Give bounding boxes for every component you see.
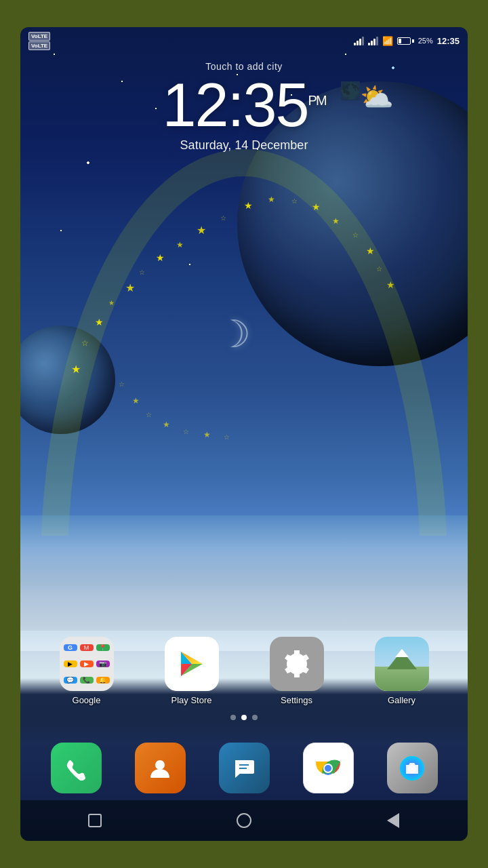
clock-time: 12:35 [437, 36, 460, 46]
folder-app6-icon: 📷 [96, 660, 110, 667]
play-store-svg [177, 649, 207, 679]
messages-svg [232, 756, 256, 781]
play-store-label: Play Store [171, 695, 212, 705]
gallery-label: Gallery [388, 695, 415, 705]
page-indicators [20, 715, 468, 720]
moon-phase-icon: 🌑 [341, 81, 360, 100]
app-grid: G M 📍 ▶ ▶ 📷 💬 📞 🔔 Google [20, 637, 468, 705]
phone-frame: ☽ ★ ☆ ★ ★ ★ ☆ ★ ★ ★ ☆ ★ ★ ☆ ★ ★ ☆ ★ ☆ ★ … [20, 27, 468, 841]
settings-label: Settings [281, 695, 312, 705]
settings-icon[interactable] [270, 637, 324, 691]
folder-google-icon: G [64, 644, 77, 651]
dock-phone[interactable] [51, 743, 102, 793]
signal-bar [371, 41, 373, 45]
signal-bar [373, 39, 375, 45]
contacts-svg [148, 756, 172, 781]
svg-point-32 [155, 760, 165, 770]
camera-svg [400, 756, 424, 781]
back-icon [387, 813, 399, 828]
signal-bar [359, 39, 361, 45]
dock [20, 743, 468, 793]
gallery-inner [375, 637, 429, 691]
gallery-snow [395, 649, 409, 657]
page-dot-0[interactable] [230, 715, 236, 720]
gallery-ground [375, 667, 429, 691]
touch-city-label[interactable]: Touch to add city [20, 61, 468, 72]
battery-fill [399, 39, 401, 43]
weather-widget[interactable]: Touch to add city 12:35PM ⛅ 🌑 Saturday, … [20, 61, 468, 153]
signal-bar [362, 37, 364, 45]
snow-landscape [20, 515, 468, 651]
signal-bar [376, 37, 378, 45]
wifi-icon: 📶 [382, 36, 393, 46]
nav-recents-button[interactable] [81, 807, 108, 834]
status-right: 📶 25% 12:35 [354, 36, 460, 46]
svg-point-38 [325, 765, 331, 772]
gear-svg [280, 647, 314, 681]
folder-maps-icon: 📍 [96, 644, 110, 651]
app-item-settings[interactable]: Settings [270, 637, 324, 705]
signal-bars-2 [368, 36, 378, 45]
google-folder-label: Google [73, 695, 101, 705]
volte-2-badge: VoLTE [28, 41, 50, 50]
page-dot-2[interactable] [252, 715, 258, 720]
phone-svg [64, 756, 88, 781]
folder-gmail-icon: M [80, 644, 94, 651]
status-left: VoLTE VoLTE [28, 32, 50, 50]
gallery-icon[interactable] [375, 637, 429, 691]
google-folder-icon[interactable]: G M 📍 ▶ ▶ 📷 💬 📞 🔔 [60, 637, 114, 691]
battery-percent: 25% [418, 37, 433, 45]
battery-outline [397, 37, 411, 45]
battery-indicator [397, 37, 414, 45]
app-item-google[interactable]: G M 📍 ▶ ▶ 📷 💬 📞 🔔 Google [60, 637, 114, 705]
dock-contacts[interactable] [135, 743, 186, 793]
time-display: 12:35PM [162, 75, 325, 136]
weather-icon: ⛅ [360, 81, 394, 113]
dock-messages[interactable] [219, 743, 270, 793]
recents-icon [88, 814, 102, 827]
battery-tip [412, 39, 414, 43]
dock-chrome[interactable] [303, 743, 354, 793]
moon-crescent: ☽ [217, 312, 258, 353]
signal-bar [354, 43, 356, 45]
app-item-gallery[interactable]: Gallery [375, 637, 429, 705]
folder-app7-icon: 💬 [64, 677, 77, 684]
time-container: 12:35PM ⛅ 🌑 [162, 75, 325, 136]
chrome-svg [313, 753, 343, 783]
date-display: Saturday, 14 December [20, 138, 468, 153]
nav-bar [20, 800, 468, 841]
play-store-icon[interactable] [165, 637, 219, 691]
signal-bar [357, 41, 359, 45]
nav-home-button[interactable] [230, 807, 258, 834]
svg-point-41 [411, 767, 414, 770]
app-item-play-store[interactable]: Play Store [165, 637, 219, 705]
folder-app4-icon: ▶ [64, 660, 77, 667]
nav-back-button[interactable] [380, 807, 407, 834]
status-bar: VoLTE VoLTE 📶 [20, 27, 468, 54]
page-dot-1[interactable] [241, 715, 247, 720]
dock-camera[interactable] [387, 743, 438, 793]
folder-app8-icon: 📞 [80, 677, 94, 684]
signal-bars-1 [354, 36, 364, 45]
folder-app5-icon: ▶ [80, 660, 94, 667]
am-pm: PM [308, 93, 326, 108]
time-value: 12:35 [162, 71, 308, 139]
home-icon [237, 813, 251, 828]
folder-app9-icon: 🔔 [96, 677, 110, 684]
volte-1-badge: VoLTE [28, 32, 50, 41]
signal-bar [368, 43, 370, 45]
